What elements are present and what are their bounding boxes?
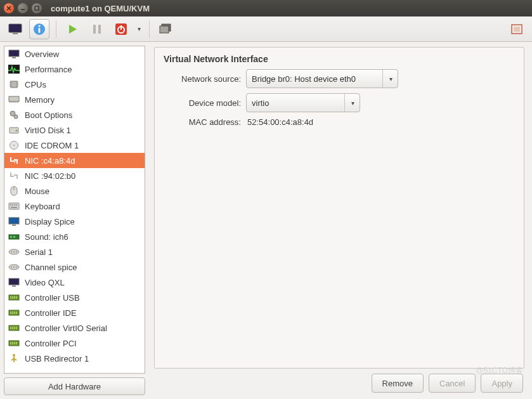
sidebar-item-ctrl-usb[interactable]: Controller USB xyxy=(4,290,145,305)
info-icon xyxy=(32,22,46,36)
svg-rect-73 xyxy=(14,311,15,314)
svg-rect-66 xyxy=(10,296,11,299)
mac-value: 52:54:00:c4:a8:4d xyxy=(246,117,313,127)
svg-rect-71 xyxy=(10,311,11,314)
console-button[interactable] xyxy=(5,19,25,39)
svg-rect-16 xyxy=(160,26,169,33)
detail-pane: Virtual Network Interface Network source… xyxy=(149,42,532,399)
monitor-icon xyxy=(8,23,22,35)
sidebar-item-label: Serial 1 xyxy=(25,247,53,257)
svg-rect-50 xyxy=(9,218,19,224)
sidebar-item-ctrl-virtio-serial[interactable]: Controller VirtIO Serial xyxy=(4,320,145,336)
keyboard-icon xyxy=(8,201,20,211)
sidebar-item-keyboard[interactable]: Keyboard xyxy=(4,199,145,214)
sidebar-item-channel[interactable]: Channel spice xyxy=(4,259,145,275)
fullscreen-button[interactable] xyxy=(507,19,527,39)
sidebar-item-cpus[interactable]: CPUs xyxy=(4,77,145,92)
svg-rect-3 xyxy=(35,6,39,10)
device-model-value: virtio xyxy=(252,98,269,108)
sidebar-item-virtio-disk[interactable]: VirtIO Disk 1 xyxy=(4,122,145,138)
sidebar-item-performance[interactable]: Performance xyxy=(4,62,145,77)
sidebar-item-label: Mouse xyxy=(25,186,49,196)
maximize-icon xyxy=(34,6,39,11)
sidebar-item-label: USB Redirector 1 xyxy=(25,354,89,363)
svg-rect-74 xyxy=(16,311,17,314)
controller-icon xyxy=(8,323,20,333)
sidebar-item-label: IDE CDROM 1 xyxy=(25,141,79,150)
svg-point-57 xyxy=(13,251,15,252)
sidebar-item-label: Controller PCI xyxy=(25,339,77,348)
sidebar-item-ide-cdrom[interactable]: IDE CDROM 1 xyxy=(4,138,145,153)
run-button[interactable] xyxy=(63,19,83,39)
power-icon xyxy=(115,23,127,36)
sidebar-item-label: Performance xyxy=(25,65,72,74)
shutdown-button[interactable] xyxy=(111,19,131,39)
details-button[interactable] xyxy=(29,19,49,39)
sidebar-item-ctrl-ide[interactable]: Controller IDE xyxy=(4,305,145,320)
controller-icon xyxy=(8,292,20,303)
detail-body: Virtual Network Interface Network source… xyxy=(154,47,524,369)
network-source-label: Network source: xyxy=(164,74,246,84)
sidebar-item-label: Controller IDE xyxy=(25,308,77,318)
add-hardware-button[interactable]: Add Hardware xyxy=(4,377,145,395)
close-icon xyxy=(6,6,11,11)
pause-button[interactable] xyxy=(87,19,107,39)
sidebar-item-ctrl-pci[interactable]: Controller PCI xyxy=(4,336,145,351)
sidebar-item-label: Memory xyxy=(25,95,55,105)
svg-rect-78 xyxy=(14,327,15,329)
window-close-button[interactable] xyxy=(4,3,14,13)
network-source-select[interactable]: Bridge br0: Host device eth0 ▾ xyxy=(246,69,398,88)
cpu-icon xyxy=(8,79,20,89)
main-area: Overview Performance CPUs Memory Boot Op… xyxy=(0,42,532,399)
sidebar-item-nic-2[interactable]: NIC :94:02:b0 xyxy=(4,168,145,183)
apply-button[interactable]: Apply xyxy=(481,374,523,393)
svg-rect-4 xyxy=(9,24,22,32)
sidebar-item-boot-options[interactable]: Boot Options xyxy=(4,107,145,122)
cancel-button[interactable]: Cancel xyxy=(429,374,476,393)
shutdown-menu-arrow[interactable]: ▾ xyxy=(135,25,143,32)
sidebar-item-label: Controller VirtIO Serial xyxy=(25,324,107,333)
svg-rect-64 xyxy=(12,285,16,287)
title-bar: compute1 on QEMU/KVM xyxy=(0,0,532,16)
network-source-value: Bridge br0: Host device eth0 xyxy=(252,74,356,84)
chevron-down-icon: ▾ xyxy=(382,70,393,88)
device-model-select[interactable]: virtio ▾ xyxy=(246,93,360,112)
sidebar-item-usb-redirector[interactable]: USB Redirector 1 xyxy=(4,351,145,366)
svg-rect-11 xyxy=(98,25,101,34)
sidebar-item-video[interactable]: Video QXL xyxy=(4,275,145,290)
remove-button[interactable]: Remove xyxy=(372,374,424,393)
sidebar-item-label: NIC :c4:a8:4d xyxy=(25,156,75,166)
window-title: compute1 on QEMU/KVM xyxy=(51,4,150,13)
fullscreen-icon xyxy=(511,24,522,34)
sidebar-item-mouse[interactable]: Mouse xyxy=(4,183,145,199)
svg-rect-47 xyxy=(14,204,15,206)
svg-rect-63 xyxy=(9,278,19,285)
sidebar-item-label: Display Spice xyxy=(25,217,75,226)
pulse-icon xyxy=(8,64,20,74)
row-network-source: Network source: Bridge br0: Host device … xyxy=(164,69,515,88)
hardware-list[interactable]: Overview Performance CPUs Memory Boot Op… xyxy=(4,46,145,374)
sidebar-item-label: VirtIO Disk 1 xyxy=(25,126,71,135)
window-minimize-button[interactable] xyxy=(18,3,28,13)
snapshots-button[interactable] xyxy=(156,19,176,39)
sidebar-item-nic-1[interactable]: NIC :c4:a8:4d xyxy=(4,153,145,168)
svg-point-7 xyxy=(38,25,40,27)
sidebar-item-overview[interactable]: Overview xyxy=(4,46,145,62)
serial-icon xyxy=(8,247,20,257)
svg-point-36 xyxy=(14,115,18,119)
sidebar-item-sound[interactable]: Sound: ich6 xyxy=(4,229,145,244)
sidebar-item-display[interactable]: Display Spice xyxy=(4,214,145,229)
svg-rect-10 xyxy=(93,25,96,34)
svg-point-85 xyxy=(13,354,15,356)
mouse-icon xyxy=(8,186,20,196)
svg-rect-79 xyxy=(16,327,17,329)
device-model-label: Device model: xyxy=(164,98,246,108)
controller-icon xyxy=(8,308,20,318)
window-maximize-button[interactable] xyxy=(32,3,42,13)
mac-label: MAC address: xyxy=(164,117,246,127)
sidebar-item-label: NIC :94:02:b0 xyxy=(25,171,75,181)
sidebar-item-label: Sound: ich6 xyxy=(25,232,68,242)
sidebar-item-serial[interactable]: Serial 1 xyxy=(4,244,145,259)
snapshots-icon xyxy=(159,23,173,35)
sidebar-item-memory[interactable]: Memory xyxy=(4,92,145,107)
